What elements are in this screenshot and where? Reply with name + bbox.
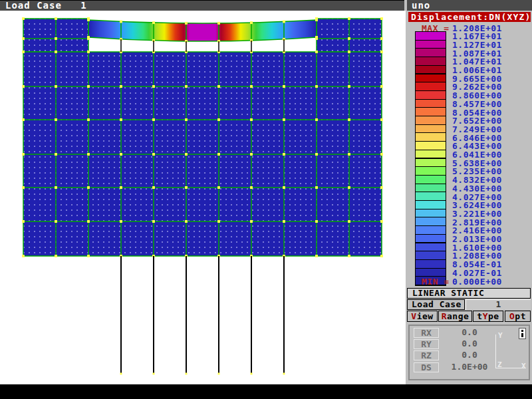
- range-button[interactable]: Range: [438, 311, 472, 322]
- load-case-title-text: Load Case 1: [5, 0, 87, 11]
- type-button-pre: t: [477, 311, 482, 321]
- pile-elements: [120, 256, 285, 375]
- ds-button[interactable]: DS: [414, 362, 439, 372]
- model-viewport[interactable]: [0, 11, 406, 384]
- analysis-type-text: LINEAR STATIC: [412, 288, 484, 298]
- view-button-hotkey: V: [411, 311, 416, 321]
- legend-min-label: MIN =: [422, 277, 455, 287]
- results-panel: Displacement:DN(XYZ) MAX = 1.208E+011.16…: [406, 11, 532, 384]
- alert-icon[interactable]: [519, 328, 526, 339]
- bottom-status-bar: [0, 384, 532, 399]
- ry-button[interactable]: RY: [414, 339, 439, 349]
- view-button[interactable]: View: [407, 311, 438, 322]
- fea-mesh-plot: [0, 11, 406, 384]
- axes-triad-y-label: Y: [498, 331, 503, 340]
- deformed-band: [87, 19, 318, 43]
- rz-value: 0.0: [443, 350, 496, 360]
- options-button[interactable]: Opt: [505, 311, 531, 322]
- model-name-titlebar: uno: [407, 0, 532, 11]
- load-case-button[interactable]: Load Case: [407, 299, 465, 310]
- alert-icon-dot: [521, 330, 523, 332]
- load-case-titlebar: Load Case 1: [0, 0, 404, 11]
- axes-triad-z-label: Z: [497, 360, 502, 369]
- rx-button[interactable]: RX: [414, 328, 439, 338]
- mesh-intact-regions: [22, 17, 383, 257]
- type-button[interactable]: tYpe: [473, 311, 503, 322]
- legend-values-column: 1.208E+011.167E+011.127E+011.087E+011.04…: [406, 11, 532, 290]
- type-button-hotkey: Y: [483, 311, 488, 321]
- type-button-rest: pe: [488, 311, 499, 321]
- load-case-button-label: Load Case: [412, 299, 462, 309]
- rz-button[interactable]: RZ: [414, 350, 439, 360]
- ry-value: 0.0: [443, 339, 496, 349]
- load-case-value-text: 1: [496, 299, 501, 309]
- legend-value: 0.000E+00: [452, 277, 502, 287]
- analysis-type-bar: LINEAR STATIC: [407, 288, 531, 299]
- view-button-rest: iew: [417, 311, 434, 321]
- axes-triad-x-label: X: [521, 362, 526, 370]
- ds-value: 1.0E+00: [443, 362, 496, 372]
- model-name-text: uno: [412, 0, 430, 11]
- view-rotation-panel: RX 0.0 RY 0.0 RZ 0.0 DS 1.0E+00 Y Z X: [408, 325, 530, 380]
- alert-icon-bar: [521, 333, 523, 337]
- range-button-hotkey: R: [442, 311, 447, 321]
- fea-application-window: Load Case 1 uno Displacement:DN(XYZ) MAX…: [0, 0, 532, 399]
- axes-triad-y-axis: [495, 334, 496, 368]
- range-button-rest: ange: [447, 311, 469, 321]
- options-button-rest: pt: [515, 311, 526, 321]
- rx-value: 0.0: [443, 328, 496, 338]
- load-case-value-field[interactable]: 1: [466, 299, 531, 310]
